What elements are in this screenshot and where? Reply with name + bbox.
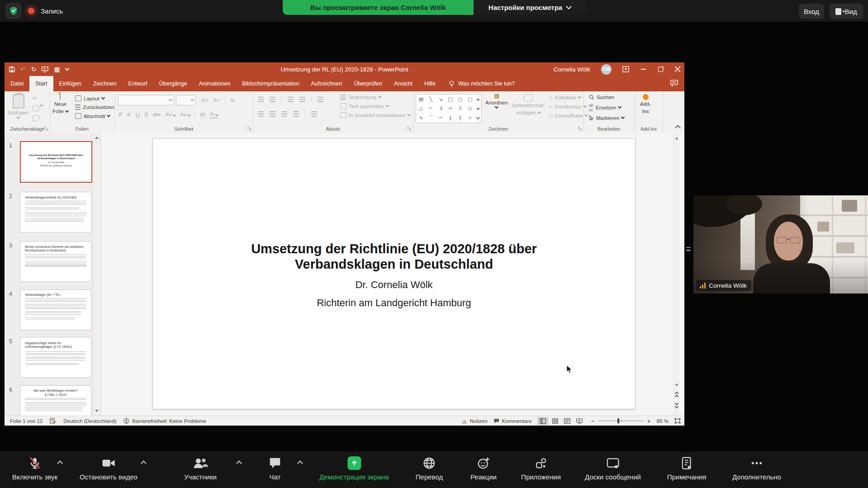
notes-button[interactable]: Примечания: [667, 456, 707, 481]
decrease-indent-icon[interactable]: [288, 97, 294, 102]
thumbnail-scrollbar[interactable]: [93, 133, 100, 416]
tab-uebergaenge[interactable]: Übergänge: [153, 76, 193, 91]
accessibility-status[interactable]: Barrierefreiheit: Keine Probleme: [123, 418, 206, 424]
grow-font-icon[interactable]: A˄: [201, 97, 209, 104]
participant-video[interactable]: Cornelia Wölk: [693, 195, 868, 294]
dialog-launcher-icon[interactable]: [407, 127, 411, 131]
restore-button[interactable]: [657, 66, 664, 72]
tab-start[interactable]: Start: [29, 76, 53, 91]
reading-view-button[interactable]: [562, 417, 573, 425]
dialog-launcher-icon[interactable]: [578, 127, 582, 131]
start-presentation-icon[interactable]: [42, 66, 48, 72]
paste-button[interactable]: Einfügen: [8, 94, 28, 118]
next-slide-button[interactable]: [674, 401, 679, 408]
tab-bildschirmpraesentation[interactable]: Bildschirmpräsentation: [236, 76, 305, 91]
slide-canvas[interactable]: Umsetzung der Richtlinie (EU) 2020/1828 …: [152, 138, 636, 409]
align-right-icon[interactable]: [281, 111, 287, 117]
comments-toggle[interactable]: Kommentare: [493, 418, 532, 424]
redo-icon[interactable]: ↻: [31, 66, 37, 72]
audio-options-chevron[interactable]: [57, 460, 63, 466]
shapes-gallery-scroll[interactable]: [475, 94, 482, 123]
table-icon[interactable]: ▦: [54, 66, 60, 72]
fit-to-window-icon[interactable]: [674, 418, 681, 424]
bold-icon[interactable]: F: [119, 111, 123, 118]
slide-thumbnail-1[interactable]: Umsetzung der Richtlinie (EU) 2020/1828 …: [20, 141, 92, 183]
zoom-slider-thumb[interactable]: [617, 418, 619, 423]
tab-ansicht[interactable]: Ansicht: [388, 76, 418, 91]
slideshow-view-button[interactable]: [574, 417, 585, 425]
translate-button[interactable]: Перевод: [416, 456, 443, 481]
clear-format-icon[interactable]: A̷: [230, 97, 234, 104]
increase-indent-icon[interactable]: [299, 97, 305, 102]
collapse-ribbon-icon[interactable]: [675, 125, 681, 131]
slide-thumbnail-6[interactable]: Wer kann Abhilfeklagen erheben? § 2 Abs.…: [20, 385, 91, 416]
align-text-button[interactable]: Text ausrichten: [340, 103, 410, 109]
font-color-icon[interactable]: A: [210, 110, 218, 118]
scroll-down-icon[interactable]: [93, 407, 100, 414]
tab-ueberpruefen[interactable]: Überprüfen: [348, 76, 388, 91]
highlight-icon[interactable]: ab: [200, 111, 205, 118]
comments-icon[interactable]: [670, 80, 678, 87]
replace-button[interactable]: abac Ersetzen: [589, 103, 624, 112]
scroll-up-icon[interactable]: [674, 134, 679, 142]
zoom-slider[interactable]: − +: [591, 417, 650, 425]
share-screen-button[interactable]: Демонстрация экрана: [319, 456, 389, 481]
align-center-icon[interactable]: [270, 111, 275, 117]
zoom-in-icon[interactable]: +: [647, 417, 651, 425]
tellme-search[interactable]: Was möchten Sie tun?: [449, 76, 515, 91]
whiteboards-button[interactable]: Доски сообщений: [585, 456, 641, 481]
video-options-chevron[interactable]: [141, 460, 147, 466]
qat-customize-icon[interactable]: [65, 66, 69, 71]
char-spacing-icon[interactable]: AV: [165, 112, 175, 117]
chat-options-chevron[interactable]: [297, 460, 303, 466]
tab-hilfe[interactable]: Hilfe: [418, 76, 441, 91]
cut-icon[interactable]: ✂: [33, 95, 43, 101]
quick-styles-button[interactable]: Schnellformat- vorlagen: [512, 94, 545, 116]
layout-button[interactable]: Layout: [75, 95, 114, 101]
ribbon-display-options-icon[interactable]: [622, 66, 629, 72]
copy-icon[interactable]: [33, 105, 43, 111]
zoom-out-icon[interactable]: −: [591, 417, 594, 425]
smartart-button[interactable]: In SmartArt konvertieren: [340, 112, 410, 118]
fill-effect-button[interactable]: ◇Fülleffekt: [549, 95, 588, 100]
tab-entwurf[interactable]: Entwurf: [122, 76, 153, 91]
strikethrough-icon[interactable]: abc: [153, 112, 161, 117]
dialog-launcher-icon[interactable]: [247, 127, 251, 131]
reactions-button[interactable]: Реакции: [470, 456, 497, 481]
new-slide-button[interactable]: ✦ Neue Folie: [52, 94, 68, 115]
language-status[interactable]: Deutsch (Deutschland): [63, 418, 116, 424]
normal-view-button[interactable]: [537, 417, 548, 425]
slide-thumbnail-2[interactable]: Verbandsklagenrichtlinie EU 2020/1828: [20, 192, 91, 232]
section-button[interactable]: Abschnitt: [75, 113, 114, 119]
underline-icon[interactable]: U: [136, 111, 140, 118]
account-name[interactable]: Cornelia Wölk: [554, 66, 590, 73]
slide-thumbnail-3[interactable]: Bereits vorhandene Elemente des kollekti…: [20, 241, 91, 282]
tab-aufzeichnen[interactable]: Aufzeichnen: [305, 76, 348, 91]
participants-button[interactable]: Участники: [184, 456, 217, 481]
format-painter-icon[interactable]: [33, 115, 43, 123]
numbering-icon[interactable]: [270, 97, 275, 102]
participants-options-chevron[interactable]: [236, 460, 242, 466]
addins-button[interactable]: Add- Ins: [640, 94, 651, 114]
unmute-button[interactable]: Включить звук: [12, 456, 57, 481]
font-name-combo[interactable]: [118, 95, 174, 105]
tab-animationen[interactable]: Animationen: [193, 76, 237, 91]
scroll-down-icon[interactable]: [674, 381, 679, 389]
slide-counter[interactable]: Folie 1 von 12: [10, 418, 43, 424]
change-case-icon[interactable]: Aa: [180, 112, 190, 117]
view-button[interactable]: Вид: [830, 4, 863, 19]
shapes-gallery[interactable]: ▤ ╲ ↘ □ ○ ▢ △ ⌐ ↴ ⇨ ⇩ ◇ ∿ ⌒ ~ { }: [416, 94, 475, 123]
shrink-font-icon[interactable]: A˅: [213, 97, 220, 104]
shape-effects-button[interactable]: ◻Formeffekte: [549, 113, 588, 118]
slide-sorter-view-button[interactable]: [550, 417, 560, 425]
dialog-launcher-icon[interactable]: [44, 127, 48, 131]
video-panel-handle[interactable]: [686, 244, 691, 253]
columns-icon[interactable]: [311, 111, 317, 117]
save-icon[interactable]: [9, 66, 15, 72]
line-spacing-icon[interactable]: [318, 97, 323, 102]
undo-icon[interactable]: ↶: [20, 66, 26, 72]
minimize-button[interactable]: [640, 66, 646, 72]
scroll-up-icon[interactable]: [93, 134, 100, 141]
tab-einfuegen[interactable]: Einfügen: [53, 76, 87, 91]
editor-scrollbar[interactable]: [674, 133, 679, 416]
